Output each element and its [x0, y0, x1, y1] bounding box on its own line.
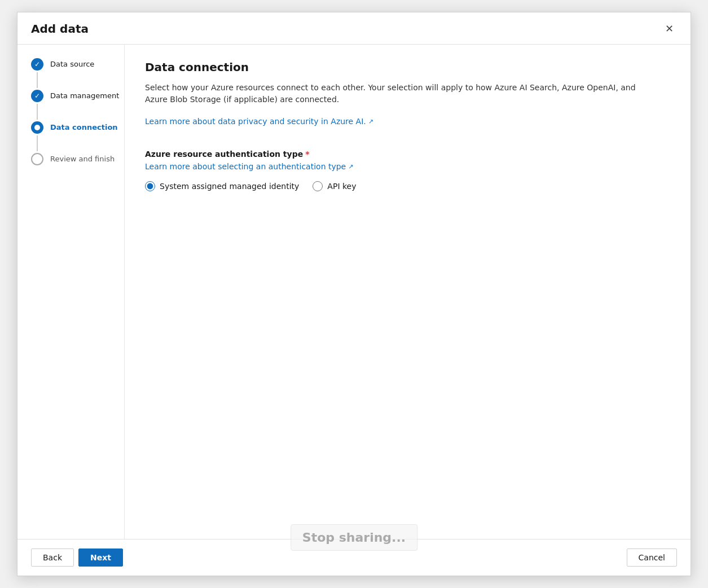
footer-left-buttons: Back Next: [31, 548, 123, 567]
next-button[interactable]: Next: [78, 548, 123, 567]
step-circle-2: ✓: [31, 90, 43, 102]
step-label-data-management: Data management: [50, 90, 119, 101]
step-line-1: [37, 72, 38, 88]
step-label-data-source: Data source: [50, 58, 94, 69]
close-button[interactable]: ✕: [662, 21, 677, 36]
required-star: *: [305, 150, 309, 159]
stop-sharing-text: Stop sharing...: [302, 530, 406, 545]
step-line-3: [37, 135, 38, 151]
step-connector-4: [31, 153, 43, 165]
step-connector-2: ✓: [31, 90, 43, 121]
radio-option-api-key[interactable]: API key: [313, 181, 356, 191]
back-button[interactable]: Back: [31, 548, 74, 567]
stop-sharing-overlay: Stop sharing...: [291, 524, 417, 551]
modal-header: Add data ✕: [17, 12, 691, 45]
modal-container: Add data ✕ ✓ Data source ✓: [17, 12, 691, 576]
active-dot: [34, 125, 40, 130]
step-item-data-source: ✓ Data source: [31, 58, 124, 90]
learn-more-privacy-text: Learn more about data privacy and securi…: [145, 117, 366, 126]
step-connector-3: [31, 121, 43, 153]
auth-radio-group: System assigned managed identity API key: [145, 181, 670, 191]
auth-field-label: Azure resource authentication type *: [145, 150, 670, 159]
section-title: Data connection: [145, 60, 670, 74]
radio-option-system-assigned[interactable]: System assigned managed identity: [145, 181, 299, 191]
step-line-2: [37, 104, 38, 120]
radio-api-key[interactable]: [313, 181, 323, 191]
auth-learn-more-link[interactable]: Learn more about selecting an authentica…: [145, 162, 353, 171]
step-item-data-connection: Data connection: [31, 121, 124, 153]
external-link-icon-2: ↗: [348, 163, 353, 170]
modal-title: Add data: [31, 22, 89, 36]
description-text: Select how your Azure resources connect …: [145, 82, 653, 106]
step-circle-3: [31, 121, 43, 134]
radio-label-api-key: API key: [327, 182, 356, 191]
cancel-button[interactable]: Cancel: [627, 548, 677, 567]
step-item-review-finish: Review and finish: [31, 153, 124, 165]
steps-sidebar: ✓ Data source ✓ Data management: [17, 45, 125, 539]
auth-label-text: Azure resource authentication type: [145, 150, 303, 159]
step-circle-4: [31, 153, 43, 165]
step-circle-1: ✓: [31, 58, 43, 71]
learn-more-privacy-link[interactable]: Learn more about data privacy and securi…: [145, 117, 373, 126]
auth-section: Azure resource authentication type * Lea…: [145, 150, 670, 191]
radio-label-system-assigned: System assigned managed identity: [160, 182, 299, 191]
step-item-data-management: ✓ Data management: [31, 90, 124, 121]
check-icon-2: ✓: [34, 92, 40, 100]
step-label-review-finish: Review and finish: [50, 153, 115, 164]
check-icon-1: ✓: [34, 60, 40, 68]
external-link-icon-1: ↗: [368, 118, 373, 125]
auth-learn-more-text: Learn more about selecting an authentica…: [145, 162, 346, 171]
modal-body: ✓ Data source ✓ Data management: [17, 45, 691, 539]
step-label-data-connection: Data connection: [50, 121, 118, 133]
radio-system-assigned[interactable]: [145, 181, 155, 191]
step-connector-1: ✓: [31, 58, 43, 90]
main-content: Data connection Select how your Azure re…: [125, 45, 691, 539]
